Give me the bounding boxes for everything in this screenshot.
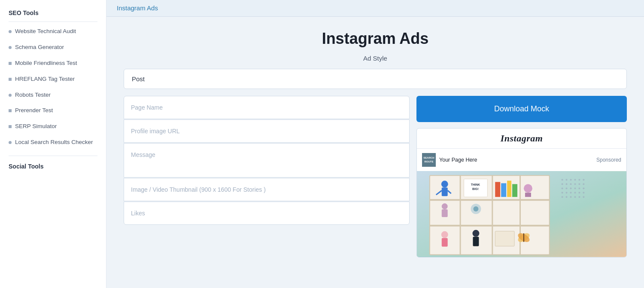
sidebar-item-label: Mobile Friendliness Test [15, 59, 77, 67]
profile-image-url-placeholder: Profile image URL [131, 128, 180, 135]
svg-point-56 [583, 192, 584, 193]
svg-point-48 [578, 179, 580, 181]
svg-point-54 [583, 183, 584, 185]
top-bar: Instagram Ads [106, 0, 644, 17]
dot-icon [9, 30, 12, 33]
download-mock-button[interactable]: Download Mock [416, 96, 627, 122]
svg-rect-0 [422, 153, 436, 167]
ig-sponsored-label: Sponsored [596, 157, 621, 163]
svg-point-35 [574, 183, 576, 185]
image-video-placeholder: Image / Video Thumbnail (900 x 1600 For … [131, 186, 266, 193]
svg-text:THINK: THINK [471, 183, 480, 186]
sidebar-item-label: Website Technical Audit [15, 28, 76, 36]
ig-page-info: SEARCH ROUTE Your Page Here [422, 153, 477, 167]
instagram-logo-bar: Instagram [417, 129, 626, 149]
sidebar-item-local-search-results-checker[interactable]: Local Search Results Checker [0, 135, 106, 150]
svg-point-31 [574, 179, 576, 181]
svg-point-40 [562, 192, 563, 193]
svg-point-37 [566, 187, 568, 189]
square-icon [9, 78, 12, 81]
svg-text:BIG!: BIG! [472, 187, 479, 190]
image-video-field[interactable]: Image / Video Thumbnail (900 x 1600 For … [124, 178, 410, 201]
profile-image-url-field[interactable]: Profile image URL [124, 119, 410, 143]
svg-text:SEARCH: SEARCH [423, 156, 434, 159]
sidebar-item-schema-generator[interactable]: Schema Generator [0, 40, 106, 55]
svg-rect-9 [519, 175, 521, 254]
sidebar-item-serp-simulator[interactable]: SERP Simulator [0, 119, 106, 135]
page-title: Instagram Ads [124, 30, 627, 48]
svg-point-32 [562, 183, 563, 185]
message-placeholder: Message [131, 151, 155, 158]
svg-text:ROUTE: ROUTE [425, 160, 434, 163]
svg-rect-6 [430, 225, 550, 227]
square-icon [9, 109, 12, 112]
svg-rect-23 [525, 193, 531, 197]
svg-point-41 [566, 192, 568, 193]
square-icon [9, 62, 12, 65]
dot-icon [9, 46, 12, 49]
sidebar-item-label: Prerender Test [15, 107, 53, 115]
svg-point-22 [524, 184, 532, 193]
topbar-title: Instagram Ads [117, 4, 158, 12]
seo-tools-heading: SEO Tools [0, 4, 106, 20]
svg-point-42 [570, 192, 572, 193]
svg-point-60 [472, 230, 479, 237]
svg-point-45 [566, 196, 568, 198]
form-fields: Page Name Profile image URL Message Imag… [124, 96, 410, 257]
svg-rect-12 [442, 187, 448, 196]
svg-point-38 [570, 187, 572, 189]
svg-point-34 [570, 183, 572, 185]
svg-point-36 [562, 187, 563, 189]
svg-rect-20 [507, 181, 511, 197]
page-name-field[interactable]: Page Name [124, 96, 410, 119]
social-tools-heading: Social Tools [0, 158, 106, 173]
sidebar-item-label: SERP Simulator [15, 123, 57, 131]
likes-field[interactable]: Likes [124, 202, 410, 225]
svg-rect-5 [430, 199, 550, 201]
form-layout: Page Name Profile image URL Message Imag… [124, 96, 627, 257]
svg-rect-7 [460, 175, 461, 254]
sidebar-item-website-technical-audit[interactable]: Website Technical Audit [0, 24, 106, 40]
svg-point-57 [583, 196, 584, 198]
square-icon [9, 125, 12, 128]
main-content: Instagram Ads Instagram Ads Ad Style Pos… [106, 0, 644, 288]
svg-rect-21 [512, 184, 517, 197]
svg-point-53 [583, 179, 584, 181]
instagram-logo: Instagram [501, 133, 543, 144]
svg-point-44 [562, 196, 563, 198]
likes-placeholder: Likes [131, 210, 145, 217]
svg-point-52 [578, 196, 580, 198]
svg-rect-59 [442, 238, 448, 247]
instagram-post-header: SEARCH ROUTE Your Page Here Sponsored [417, 149, 626, 171]
sidebar-divider [9, 21, 97, 22]
svg-point-33 [566, 183, 568, 185]
svg-point-29 [566, 179, 568, 181]
svg-point-27 [473, 206, 478, 211]
sidebar-item-prerender-test[interactable]: Prerender Test [0, 103, 106, 119]
instagram-preview: Instagram SEARCH ROUTE [416, 128, 627, 257]
sidebar-item-label: HREFLANG Tag Tester [15, 75, 75, 83]
post-selector[interactable]: Post [124, 69, 627, 89]
sidebar: SEO Tools Website Technical Audit Schema… [0, 0, 106, 288]
sidebar-item-label: Schema Generator [15, 43, 64, 52]
ig-page-name: Your Page Here [439, 157, 477, 163]
dot-icon [9, 141, 12, 144]
svg-rect-61 [473, 237, 479, 246]
svg-rect-62 [495, 231, 514, 246]
sidebar-item-mobile-friendliness-test[interactable]: Mobile Friendliness Test [0, 55, 106, 71]
message-field[interactable]: Message [124, 143, 410, 178]
sidebar-item-label: Local Search Results Checker [15, 138, 93, 147]
dot-icon [9, 94, 12, 97]
svg-rect-8 [492, 175, 493, 254]
svg-point-30 [570, 179, 572, 181]
svg-point-50 [578, 187, 580, 189]
sidebar-divider-bottom [9, 156, 97, 156]
sidebar-item-robots-tester[interactable]: Robots Tester [0, 87, 106, 103]
ad-style-label: Ad Style [124, 55, 627, 62]
svg-point-46 [570, 196, 572, 198]
svg-point-47 [574, 196, 576, 198]
svg-point-55 [583, 187, 584, 189]
sidebar-item-hreflang-tag-tester[interactable]: HREFLANG Tag Tester [0, 71, 106, 87]
svg-point-43 [574, 192, 576, 193]
svg-point-11 [441, 181, 448, 187]
